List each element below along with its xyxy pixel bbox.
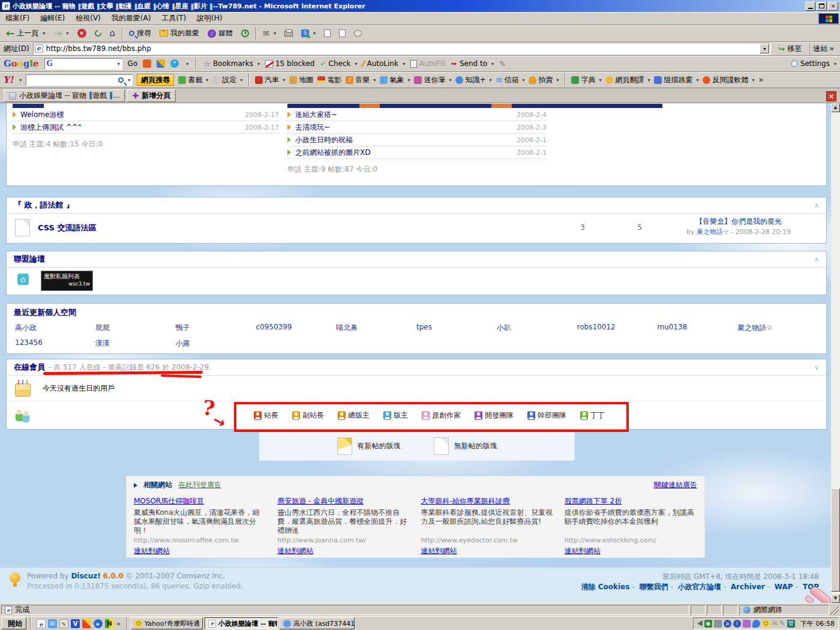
address-dropdown-button[interactable]: ▾ [760,44,769,53]
bird-app-icon[interactable] [82,619,91,628]
user-link[interactable]: 高小政 [15,323,95,333]
user-link[interactable]: mu0138 [657,323,737,333]
bubble-tray-icon[interactable] [752,620,760,628]
address-input[interactable]: e http://bbs.tw789.net/bbs.php ▾ [33,43,772,55]
spellcheck-button[interactable]: ✓Check▾ [320,59,357,68]
autolink-button[interactable]: AutoLink▾ [362,59,404,68]
volume-icon[interactable] [697,620,703,626]
menu-tools[interactable]: 工具(T) [156,13,191,23]
discuz-link[interactable]: Discuz! [71,572,100,580]
task-messenger-chat[interactable]: 高小政 (asd7374415) [280,617,355,629]
edit-button[interactable] [320,26,334,41]
user-link[interactable]: 喵北鼻 [336,323,416,333]
quote-icon[interactable]: ❞ [170,59,179,68]
yahoo-weather-button[interactable]: 氣象▾ [380,75,410,85]
google-go-button[interactable]: Go [128,59,138,68]
bookmarks-button[interactable]: ☆Bookmarks▾ [203,59,260,68]
google-search-input[interactable]: G▾ [44,58,122,70]
user-link[interactable]: 漢漢 [95,338,176,349]
user-link[interactable]: 屁屁 [95,323,176,333]
scroll-up-icon[interactable]: ▲ [831,103,840,112]
popup-blocked-button[interactable]: 15 blocked [265,59,315,68]
thread-row[interactable]: Welome游標2008-2-17 [13,109,279,121]
yahoo-dictionary-button[interactable]: 字典▾ [571,75,601,85]
menu-favorites[interactable]: 我的最愛(A) [106,13,157,23]
contact-link[interactable]: 聯繫我們 [639,583,668,591]
user-link[interactable]: 小露 [176,338,256,349]
menu-view[interactable]: 檢視(V) [70,13,106,23]
yahoo-notepad-button[interactable]: 迷你筆▾ [414,75,451,85]
google-extras-icon[interactable] [157,59,165,68]
quick-launch-overflow-icon[interactable]: » [116,620,121,628]
refresh-button[interactable] [91,26,105,41]
clear-cookies-link[interactable]: 清除 Cookies [581,583,629,591]
yahoo-popup-blocker-button[interactable]: 阻擋跳窗▾ [654,75,698,85]
web-search-button[interactable]: 網頁搜尋 [137,74,174,86]
favorites-button[interactable]: 我的最愛 [156,26,203,41]
yahoo-maps-button[interactable]: 地圖 [289,75,313,85]
stop-button[interactable]: × [74,26,90,41]
user-link[interactable]: c0950399 [256,323,336,333]
discuss-button[interactable] [350,26,365,41]
settings-button[interactable]: Settings▾ [791,59,836,68]
user-link[interactable]: 夏之物語☆ [737,323,818,333]
yahoo-antispy-button[interactable]: 反間諜軟體▾ [703,75,754,85]
a-tray-icon[interactable]: a [724,620,731,628]
home-link-icon[interactable]: ⌂ [17,274,29,285]
go-button[interactable]: ↪移至 [773,43,806,55]
keyword-ads-link[interactable]: 關鍵連結廣告 [654,480,697,490]
ad-title-link[interactable]: MOSOR馬仕得咖啡豆 [134,496,266,506]
section-title[interactable]: 聯盟論壇 [14,254,45,265]
highlight-icon[interactable]: ✎ [499,59,506,68]
menu-file[interactable]: 檔案(F) [0,13,35,23]
forum-link[interactable]: CSS 交流語法區 [38,223,96,233]
yahoo-music-button[interactable]: ♪音樂▾ [346,75,376,85]
show-desktop-icon[interactable]: ✎ [59,619,68,628]
fullscreen-button[interactable] [335,26,349,41]
links-bar[interactable]: 連結» [809,43,838,55]
network-icon[interactable] [714,620,722,628]
forward-button[interactable]: →▾ [50,26,72,41]
send-to-button[interactable]: ➥Send to▾ [451,59,494,68]
user-link[interactable]: 小趴 [497,323,577,333]
restore-button[interactable] [817,2,827,11]
menu-help[interactable]: 說明(H) [191,13,227,23]
yahoo-settings-button[interactable]: 設定▾ [212,75,242,85]
pen-tray-icon[interactable]: ✎ [779,619,785,628]
section-title[interactable]: 『 政，語法館 』 [14,200,74,211]
ime-icon[interactable]: 譬 [787,620,795,628]
start-button[interactable]: 開始 [1,617,26,629]
pagerank-icon[interactable] [143,59,151,68]
ad-title-link[interactable]: 喬安旅遊 - 金典中國新遊蹤 [277,496,410,506]
msn-icon[interactable]: V [71,619,80,628]
taskbar-clock[interactable]: 下午 06:58 [800,619,835,628]
radio-signal-icon[interactable]: ◉ [704,620,712,628]
resize-grip[interactable] [830,605,839,615]
thread-row[interactable]: 去清境玩~2008-2-3 [287,121,547,134]
n-app-icon[interactable]: N [105,619,114,628]
minimize-button[interactable] [805,2,815,11]
yahoo-logo[interactable]: Y! [3,74,13,85]
autofill-button[interactable]: AutoFill [410,59,446,68]
back-button[interactable]: ←上一頁▾ [2,26,49,41]
task-forum-window[interactable]: e小政娛樂論壇 -- 寵物 ‖... [205,617,278,629]
ad-visit-link[interactable]: 連結到網站 [565,546,697,556]
print-button[interactable] [281,26,296,41]
purple-tray-icon[interactable] [743,620,751,628]
messenger-button[interactable]: S▾ [298,26,319,41]
search-button[interactable]: 搜尋 [125,26,155,41]
ad-title-link[interactable]: 股票網路下單 2折 [565,496,697,506]
history-button[interactable] [238,26,253,41]
outlook-express-icon[interactable]: ✉ [48,619,57,628]
ad-title-link[interactable]: 大學眼科-給你專業眼科診療 [421,496,554,506]
user-link[interactable]: 鴨子 [176,323,256,333]
mail-tray-icon[interactable]: ✉ [772,619,778,628]
user-link[interactable]: 123456 [15,338,95,349]
ad-visit-link[interactable]: 連結到網站 [421,546,554,556]
user-link[interactable]: tpes [416,323,497,333]
ad-visit-link[interactable]: 連結到網站 [134,546,266,556]
menu-edit[interactable]: 編輯(E) [35,13,70,23]
last-post-user[interactable]: 夏之物語☆ [697,228,729,236]
ad-visit-link[interactable]: 連結到網站 [277,546,410,556]
thread-row[interactable]: 送給大家搭~2008-2-4 [287,109,547,121]
